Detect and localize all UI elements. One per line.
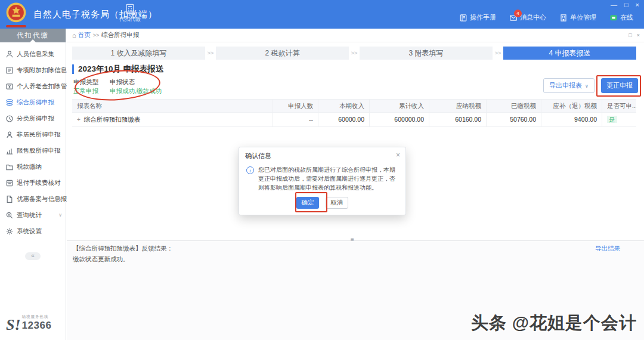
- hotline-number: 12366: [22, 320, 52, 332]
- sidebar-item-fee-refund-check[interactable]: 退付手续费核对: [0, 175, 66, 191]
- emblem-caption-mark: [6, 25, 26, 27]
- national-emblem-logo: [5, 2, 27, 24]
- step-2-tax-calc[interactable]: 2 税款计算: [216, 47, 349, 60]
- col-can-declare: 是否可申...: [602, 100, 636, 112]
- maximize-icon[interactable]: □: [624, 1, 628, 8]
- col-tax-due: 应补（退）税额: [541, 100, 602, 112]
- cell-can-declare: 是: [602, 113, 636, 126]
- correct-declaration-button[interactable]: 更正申报: [601, 78, 638, 93]
- person-outline-icon: [5, 131, 14, 139]
- step-separator: >>: [349, 50, 360, 56]
- step-1-income[interactable]: 1 收入及减除填写: [72, 47, 205, 60]
- withholding-module-icon: [124, 3, 136, 15]
- cell-tax-due: 9400.00: [541, 113, 602, 126]
- menu-item-manual[interactable]: 操作手册: [459, 13, 496, 22]
- table-header-row: 报表名称 申报人数 本期收入 累计收入 应纳税额 已缴税额 应补（退）税额 是否…: [72, 99, 636, 112]
- dialog-title: 确认信息: [239, 147, 405, 163]
- menu-item-label: 在线: [620, 13, 633, 22]
- sidebar-item-label: 税款缴纳: [17, 163, 42, 171]
- export-report-button[interactable]: 导出申报表∨: [543, 78, 595, 93]
- gear-icon: [5, 227, 14, 236]
- col-declare-count: 申报人数: [273, 100, 318, 112]
- caret-down-icon: ∨: [585, 84, 589, 89]
- sidebar-item-pension-deduction[interactable]: 个人养老金扣除管理: [0, 78, 66, 94]
- sidebar-item-label: 优惠备案与信息报送: [17, 195, 73, 203]
- cell-declare-count: --: [273, 113, 318, 126]
- cell-tax-payable: 60160.00: [429, 113, 486, 126]
- titlebar: — □ × 自然人电子税务局（扣缴端） 代扣代缴 操作手册: [0, 0, 644, 29]
- pane-restore-icon[interactable]: □: [628, 29, 631, 42]
- sidebar-item-label: 退付手续费核对: [17, 179, 61, 187]
- sidebar-item-special-deduction[interactable]: 专项附加扣除信息采集: [0, 62, 66, 78]
- breadcrumb-home-link[interactable]: 首页: [78, 31, 91, 39]
- dialog-close-icon[interactable]: ×: [396, 151, 400, 159]
- chevron-down-icon: ∨: [58, 196, 62, 202]
- export-result-link[interactable]: 导出结果: [595, 245, 620, 253]
- sidebar-collapse-button[interactable]: «: [25, 252, 41, 260]
- cell-total-income: 600000.00: [369, 113, 429, 126]
- sidebar-item-query-statistics[interactable]: 查询统计 ∨: [0, 207, 66, 223]
- col-tax-paid: 已缴税额: [486, 100, 541, 112]
- menu-item-online-status[interactable]: 在线: [609, 13, 633, 22]
- clock-icon: [5, 115, 14, 123]
- declare-status-label: 申报状态: [110, 78, 135, 86]
- document-icon: [5, 195, 14, 203]
- step-wizard: 1 收入及减除填写 >> 2 税款计算 >> 3 附表填写 >> 4 申报表报送: [72, 47, 636, 60]
- step-4-submit[interactable]: 4 申报表报送: [503, 47, 636, 60]
- report-name: 综合所得预扣预缴表: [84, 116, 141, 123]
- sidebar-item-personnel-info[interactable]: 人员信息采集: [0, 46, 66, 62]
- declare-status-value: 申报成功,缴款成功: [110, 87, 162, 95]
- menu-item-label: 消息中心: [520, 13, 546, 22]
- minimize-icon[interactable]: —: [611, 1, 617, 8]
- sidebar-item-classified-income[interactable]: 分类所得申报: [0, 110, 66, 126]
- declare-type-label: 申报类型: [73, 78, 98, 86]
- sidebar-item-label: 非居民所得申报: [17, 131, 61, 139]
- menu-item-messages[interactable]: 4 消息中心: [509, 13, 546, 22]
- sidebar-item-comprehensive-income[interactable]: 综合所得申报: [0, 94, 66, 110]
- menu-item-label: 操作手册: [470, 13, 496, 22]
- sidebar-item-label: 分类所得申报: [17, 115, 54, 123]
- step-3-attachments[interactable]: 3 附表填写: [360, 47, 493, 60]
- home-icon: ⌂: [72, 32, 76, 39]
- titlebar-menu: 操作手册 4 消息中心 单位管理 在线: [459, 13, 633, 22]
- tab-withholding[interactable]: 代扣代缴: [117, 3, 143, 23]
- sidebar-item-label: 个人养老金扣除管理: [17, 82, 73, 91]
- hotline-label: 纳税服务热线: [22, 314, 52, 320]
- menu-item-label: 单位管理: [570, 13, 596, 22]
- feedback-message: 缴款状态更新成功。: [73, 255, 638, 264]
- step-separator: >>: [205, 50, 216, 56]
- col-total-income: 累计收入: [369, 100, 429, 112]
- cell-current-income: 60000.00: [318, 113, 369, 126]
- confirm-button[interactable]: 确定: [296, 197, 319, 209]
- col-current-income: 本期收入: [318, 100, 369, 112]
- confirm-dialog: 确认信息 × i 您已对后面的税款所属期进行了综合所得申报，本期更正申报成功后，…: [239, 147, 406, 215]
- info-icon: i: [246, 166, 254, 174]
- export-report-label: 导出申报表: [549, 82, 582, 89]
- search-icon: [5, 211, 14, 220]
- dialog-message: 您已对后面的税款所属期进行了综合所得申报，本期更正申报成功后，需要对后面属期进行…: [258, 165, 398, 193]
- sidebar-item-label: 综合所得申报: [17, 98, 54, 107]
- sidebar-item-preferential-filing[interactable]: 优惠备案与信息报送 ∨: [0, 191, 66, 207]
- sidebar-item-tax-payment[interactable]: 税款缴纳: [0, 159, 66, 175]
- menu-item-unit-management[interactable]: 单位管理: [559, 13, 596, 22]
- can-declare-badge: 是: [607, 116, 617, 123]
- building-icon: [559, 14, 568, 22]
- sidebar-item-restricted-stock[interactable]: 限售股所得申报: [0, 143, 66, 159]
- manual-icon: [459, 14, 467, 22]
- pane-close-icon[interactable]: ×: [637, 29, 640, 42]
- panel-resize-handle[interactable]: ≡: [351, 236, 355, 243]
- cell-report-name: +综合所得预扣预缴表: [72, 113, 273, 126]
- person-icon: [5, 50, 14, 58]
- hotline-12366: S! 纳税服务热线 12366: [6, 314, 51, 332]
- sidebar-header: 代扣代缴: [0, 29, 66, 42]
- expand-row-icon[interactable]: +: [77, 116, 80, 123]
- breadcrumb-current: 综合所得申报: [101, 31, 139, 39]
- sidebar-item-system-settings[interactable]: 系统设置: [0, 223, 66, 239]
- receipt-icon: [5, 179, 14, 187]
- pension-icon: [5, 82, 14, 91]
- breadcrumb-separator: >>: [93, 32, 100, 38]
- close-icon[interactable]: ×: [636, 1, 639, 8]
- sidebar-item-nonresident-income[interactable]: 非居民所得申报: [0, 126, 66, 143]
- table-row[interactable]: +综合所得预扣预缴表 -- 60000.00 600000.00 60160.0…: [72, 112, 636, 126]
- cancel-button[interactable]: 取消: [326, 197, 348, 209]
